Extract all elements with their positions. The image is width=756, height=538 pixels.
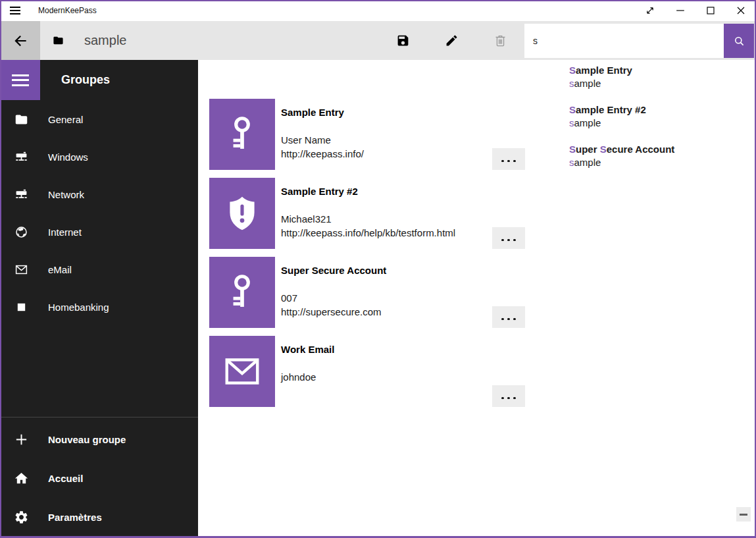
command-buttons xyxy=(378,21,524,60)
entry-title: Work Email xyxy=(281,344,334,355)
ellipsis-icon xyxy=(501,233,516,243)
save-icon xyxy=(396,34,410,47)
entry-details: User Namehttp://keepass.info/ xyxy=(281,133,364,161)
close-icon xyxy=(734,4,747,17)
entry-line: User Name xyxy=(281,133,364,147)
ellipsis-icon xyxy=(501,391,516,401)
entry-more-button[interactable] xyxy=(492,148,525,170)
maximize-button[interactable] xyxy=(695,0,726,21)
sidebar-group-label: Windows xyxy=(48,151,88,163)
sidebar-action-item[interactable]: Nouveau groupe xyxy=(0,420,198,459)
maximize-icon xyxy=(704,4,717,17)
entry-title: Sample Entry #2 xyxy=(281,186,358,197)
save-button[interactable] xyxy=(378,21,427,60)
search-suggestion-item[interactable]: Sample Entry sample xyxy=(569,64,753,90)
entry-row[interactable]: Work Email johndoe xyxy=(209,336,532,407)
search-suggestions-flyout: Sample Entry sample Sample Entry #2 samp… xyxy=(569,64,753,182)
sidebar-action-list: Nouveau groupe Accueil Paramètres xyxy=(0,420,198,537)
entry-tile[interactable] xyxy=(209,257,275,328)
search-icon xyxy=(733,35,745,47)
entry-details: johndoe xyxy=(281,370,316,384)
network-icon xyxy=(11,150,31,164)
app-window: ModernKeePass sample Groupes General Win… xyxy=(0,0,756,538)
hamburger-icon xyxy=(12,74,29,86)
hamburger-icon xyxy=(10,7,20,14)
suggestion-title: Sample Entry xyxy=(569,64,753,77)
ellipsis-icon xyxy=(501,312,516,322)
square-icon xyxy=(11,300,31,314)
entry-row[interactable]: Sample Entry #2 Michael321http://keepass… xyxy=(209,178,532,249)
database-name: sample xyxy=(84,33,126,48)
sidebar-group-label: Internet xyxy=(48,227,82,238)
sidebar-group-item[interactable]: Internet xyxy=(0,213,198,251)
suggestion-subtitle: sample xyxy=(569,77,753,90)
sidebar-action-label: Paramètres xyxy=(48,512,102,523)
group-list: General Windows Network Internet eMail H… xyxy=(0,101,198,326)
suggestion-subtitle: sample xyxy=(569,156,753,169)
envelope-icon xyxy=(222,351,263,392)
titlebar: ModernKeePass xyxy=(0,0,756,21)
entry-details: Michael321http://keepass.info/help/kb/te… xyxy=(281,212,455,240)
zoom-out-button[interactable] xyxy=(736,507,751,522)
sidebar-action-item[interactable]: Paramètres xyxy=(0,498,198,537)
entry-title: Sample Entry xyxy=(281,107,344,118)
minus-icon xyxy=(740,514,747,516)
entry-more-button[interactable] xyxy=(492,385,525,407)
sidebar-group-item[interactable]: Homebanking xyxy=(0,288,198,326)
resize-diagonal-icon xyxy=(643,4,657,17)
suggestion-title: Super Secure Account xyxy=(569,143,753,156)
entry-line: http://supersecure.com xyxy=(281,305,382,319)
database-info: sample xyxy=(53,21,126,60)
minimize-button[interactable] xyxy=(665,0,695,21)
search-button[interactable] xyxy=(724,24,754,58)
close-button[interactable] xyxy=(726,0,756,21)
entry-tile[interactable] xyxy=(209,336,275,407)
sidebar-group-item[interactable]: Network xyxy=(0,176,198,213)
sidebar-action-item[interactable]: Accueil xyxy=(0,459,198,498)
home-icon xyxy=(11,471,31,486)
envelope-icon xyxy=(11,263,31,277)
window-controls xyxy=(635,0,756,21)
window-title: ModernKeePass xyxy=(38,6,97,15)
sidebar-group-item[interactable]: Windows xyxy=(0,138,198,176)
sidebar-group-item[interactable]: eMail xyxy=(0,251,198,288)
window-border xyxy=(0,0,1,538)
sidebar-menu-button[interactable] xyxy=(0,60,40,100)
entry-tile[interactable] xyxy=(209,178,275,249)
folder-icon xyxy=(11,113,31,126)
search-suggestion-item[interactable]: Sample Entry #2 sample xyxy=(569,103,753,130)
sidebar-group-label: eMail xyxy=(48,264,72,275)
entry-line: http://keepass.info/ xyxy=(281,147,364,161)
entry-row[interactable]: Sample Entry User Namehttp://keepass.inf… xyxy=(209,99,532,170)
sidebar-group-item[interactable]: General xyxy=(0,101,198,138)
sidebar-action-label: Accueil xyxy=(48,473,83,484)
ellipsis-icon xyxy=(501,154,516,164)
entry-title: Super Secure Account xyxy=(281,265,386,276)
search-box xyxy=(524,24,754,58)
gear-icon xyxy=(11,510,31,525)
delete-button[interactable] xyxy=(476,21,524,60)
back-arrow-icon xyxy=(12,32,29,49)
sidebar: Groupes General Windows Network Internet… xyxy=(0,60,198,538)
sidebar-header: Groupes xyxy=(61,60,110,100)
app-command-bar: sample xyxy=(0,21,756,60)
plus-icon xyxy=(11,432,31,447)
minimize-icon xyxy=(674,4,687,17)
trash-icon xyxy=(493,34,507,47)
search-suggestion-item[interactable]: Super Secure Account sample xyxy=(569,143,753,169)
entry-more-button[interactable] xyxy=(492,306,525,328)
entry-line: Michael321 xyxy=(281,212,455,226)
suggestion-title: Sample Entry #2 xyxy=(569,103,753,117)
edit-button[interactable] xyxy=(427,21,476,60)
edit-pencil-icon xyxy=(445,34,459,47)
entry-line: johndoe xyxy=(281,370,316,384)
entry-more-button[interactable] xyxy=(492,227,525,249)
fullscreen-button[interactable] xyxy=(635,0,665,21)
entry-tile[interactable] xyxy=(209,99,275,170)
sidebar-group-label: General xyxy=(48,114,83,125)
sidebar-action-label: Nouveau groupe xyxy=(48,434,126,445)
entry-row[interactable]: Super Secure Account 007http://supersecu… xyxy=(209,257,532,328)
entry-list-panel: Sample Entry User Namehttp://keepass.inf… xyxy=(198,60,756,538)
back-button[interactable] xyxy=(0,21,40,60)
search-input[interactable] xyxy=(524,24,724,58)
